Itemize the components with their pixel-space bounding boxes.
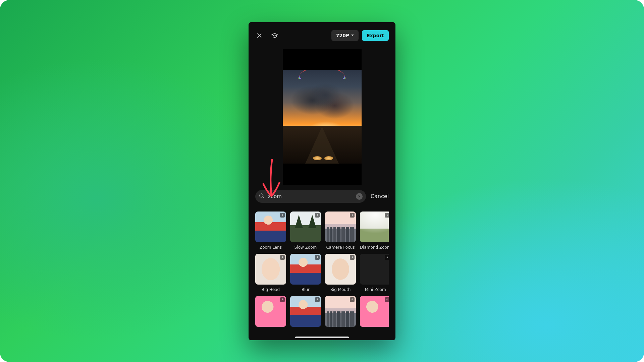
effect-item[interactable]: Mini Zoom — [360, 254, 389, 292]
search-box[interactable] — [255, 190, 366, 203]
home-indicator[interactable] — [295, 337, 349, 338]
effect-thumbnail — [290, 296, 321, 327]
download-icon — [315, 297, 320, 302]
effect-label: Big Mouth — [330, 287, 351, 292]
download-icon — [350, 297, 355, 302]
effect-thumbnail — [255, 296, 286, 327]
effect-item[interactable] — [290, 296, 321, 334]
download-icon — [280, 297, 285, 302]
effect-thumbnail — [360, 254, 389, 285]
download-icon — [315, 255, 320, 260]
effect-thumbnail — [325, 212, 356, 242]
video-preview — [283, 70, 362, 164]
editor-topbar: 720P Export — [249, 28, 395, 43]
effect-label: Zoom Lens — [260, 245, 282, 250]
effect-thumbnail — [360, 212, 389, 242]
gradient-backdrop: 720P Export — [0, 0, 644, 362]
svg-point-0 — [260, 194, 263, 197]
tutorial-icon[interactable] — [271, 32, 279, 40]
topbar-right: 720P Export — [331, 30, 389, 41]
effect-label: Diamond Zoom — [360, 245, 389, 250]
search-icon — [259, 193, 265, 200]
effect-item[interactable] — [360, 296, 389, 334]
effect-item[interactable]: Camera Focus — [325, 212, 356, 250]
effects-grid: Zoom LensSlow ZoomCamera FocusDiamond Zo… — [255, 212, 389, 334]
effect-item[interactable]: Zoom Lens — [255, 212, 286, 250]
effect-thumbnail — [325, 254, 356, 285]
effect-item[interactable]: Diamond Zoom — [360, 212, 389, 250]
resolution-label: 720P — [336, 33, 349, 38]
effect-label: Mini Zoom — [365, 287, 386, 292]
resolution-selector[interactable]: 720P — [331, 30, 359, 41]
effect-label: Big Head — [262, 287, 280, 292]
download-icon — [350, 213, 355, 218]
download-icon — [385, 297, 389, 302]
effect-thumbnail — [290, 212, 321, 242]
effect-thumbnail — [290, 254, 321, 285]
effect-label: Camera Focus — [326, 245, 355, 250]
effect-item[interactable]: Big Mouth — [325, 254, 356, 292]
effect-thumbnail — [360, 296, 389, 327]
effect-item[interactable] — [325, 296, 356, 334]
effect-item[interactable]: Big Head — [255, 254, 286, 292]
effect-label: Slow Zoom — [294, 245, 317, 250]
effect-label: Blur — [302, 287, 310, 292]
cancel-search-button[interactable]: Cancel — [371, 193, 389, 199]
clear-search-icon[interactable] — [356, 193, 363, 200]
download-icon — [385, 213, 389, 218]
video-preview-area[interactable] — [283, 49, 362, 185]
export-button[interactable]: Export — [362, 30, 389, 41]
effect-thumbnail — [255, 254, 286, 285]
export-label: Export — [367, 33, 384, 38]
effect-item[interactable]: Blur — [290, 254, 321, 292]
download-icon — [350, 255, 355, 260]
download-icon — [315, 213, 320, 218]
effect-item[interactable] — [255, 296, 286, 334]
download-icon — [280, 255, 285, 260]
effect-item[interactable]: Slow Zoom — [290, 212, 321, 250]
close-icon[interactable] — [255, 32, 263, 40]
effect-thumbnail — [325, 296, 356, 327]
download-icon — [280, 213, 285, 218]
effects-search-row: Cancel — [255, 190, 389, 203]
topbar-left — [255, 32, 279, 40]
phone-frame: 720P Export — [249, 22, 395, 340]
effect-thumbnail — [255, 212, 286, 242]
download-icon — [385, 255, 389, 260]
search-input[interactable] — [268, 193, 353, 199]
